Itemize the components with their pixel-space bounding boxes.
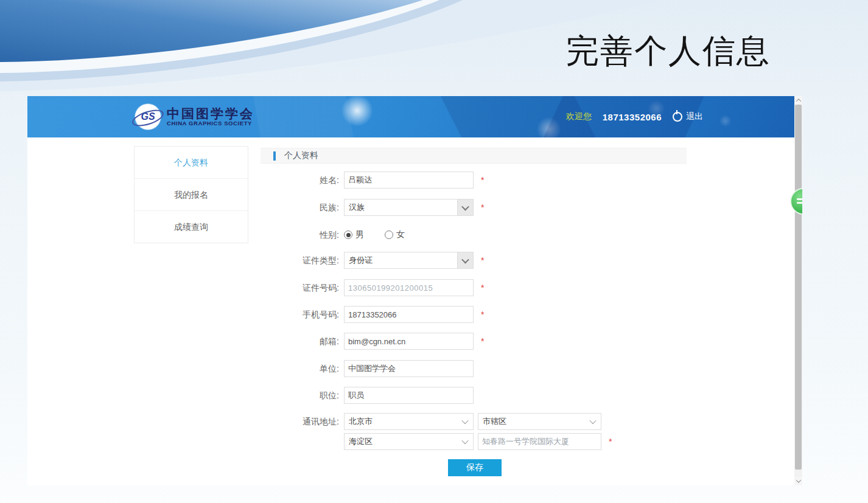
radio-unchecked-icon[interactable] bbox=[385, 231, 393, 239]
address-province-select[interactable]: 北京市 bbox=[344, 413, 474, 430]
select-arrow-box bbox=[457, 252, 473, 268]
site-header: GS 中国图学学会 CHINA GRAPHICS SOCIETY 欢迎您 187… bbox=[27, 96, 794, 137]
name-input[interactable] bbox=[344, 172, 474, 189]
required-marker: * bbox=[481, 333, 484, 350]
username: 18713352066 bbox=[603, 112, 662, 122]
required-marker: * bbox=[481, 172, 484, 189]
address-detail-input[interactable] bbox=[478, 433, 601, 450]
ethnic-select[interactable]: 汉族 bbox=[344, 199, 474, 216]
site-logo[interactable]: GS 中国图学学会 CHINA GRAPHICS SOCIETY bbox=[135, 104, 254, 130]
vertical-scrollbar[interactable] bbox=[794, 96, 802, 485]
logo-name-cn: 中国图学学会 bbox=[167, 106, 254, 120]
sidebar-item-registration[interactable]: 我的报名 bbox=[135, 179, 248, 211]
id-number-input[interactable] bbox=[344, 279, 474, 296]
logout-button[interactable]: 退出 bbox=[673, 111, 703, 122]
logo-text: 中国图学学会 CHINA GRAPHICS SOCIETY bbox=[167, 106, 254, 127]
scroll-down-button[interactable] bbox=[794, 477, 802, 485]
chevron-down-icon bbox=[589, 417, 596, 424]
save-button[interactable]: 保存 bbox=[448, 459, 502, 476]
id-type-label: 证件类型: bbox=[253, 252, 339, 269]
email-label: 邮箱: bbox=[253, 333, 339, 350]
required-marker: * bbox=[481, 252, 484, 269]
gender-option-female[interactable]: 女 bbox=[385, 229, 405, 240]
required-marker: * bbox=[609, 433, 612, 450]
sidebar-item-profile[interactable]: 个人资料 bbox=[135, 147, 248, 179]
page-title: 完善个人信息 bbox=[566, 29, 834, 74]
address-label: 通讯地址: bbox=[253, 413, 339, 430]
welcome-label: 欢迎您 bbox=[566, 111, 592, 122]
power-icon bbox=[673, 112, 682, 122]
sidebar: 个人资料 我的报名 成绩查询 bbox=[134, 146, 248, 243]
chevron-down-icon bbox=[461, 255, 469, 263]
logo-name-en: CHINA GRAPHICS SOCIETY bbox=[167, 120, 254, 127]
id-number-label: 证件号码: bbox=[253, 279, 339, 296]
email-input[interactable] bbox=[344, 333, 474, 350]
select-arrow-box bbox=[457, 199, 473, 215]
radio-checked-icon[interactable] bbox=[344, 231, 352, 239]
id-type-select[interactable]: 身份证 bbox=[344, 252, 474, 269]
chevron-down-icon bbox=[461, 437, 468, 444]
gender-option-male[interactable]: 男 bbox=[344, 229, 364, 240]
chevron-down-icon bbox=[796, 477, 800, 482]
name-label: 姓名: bbox=[253, 172, 339, 189]
required-marker: * bbox=[481, 306, 484, 323]
address-province-value: 北京市 bbox=[345, 416, 463, 427]
section-accent-bar bbox=[273, 151, 276, 161]
section-title: 个人资料 bbox=[284, 150, 318, 161]
gender-label: 性别: bbox=[253, 226, 339, 243]
company-label: 单位: bbox=[253, 360, 339, 377]
required-marker: * bbox=[481, 279, 484, 296]
gender-female-label: 女 bbox=[396, 229, 405, 240]
scroll-up-button[interactable] bbox=[794, 96, 802, 105]
section-header: 个人资料 bbox=[261, 148, 687, 164]
chevron-down-icon bbox=[461, 417, 468, 424]
logo-ring bbox=[130, 106, 166, 130]
sidebar-item-scores[interactable]: 成绩查询 bbox=[135, 211, 248, 243]
id-type-value: 身份证 bbox=[345, 255, 457, 266]
scrollbar-thumb[interactable] bbox=[795, 105, 802, 470]
address-district-select[interactable]: 海淀区 bbox=[344, 433, 474, 450]
browser-frame: GS 中国图学学会 CHINA GRAPHICS SOCIETY 欢迎您 187… bbox=[27, 96, 802, 485]
chevron-down-icon bbox=[461, 203, 469, 210]
ethnic-value: 汉族 bbox=[345, 202, 457, 213]
ethnic-label: 民族: bbox=[253, 199, 339, 216]
gender-radio-group: 男 女 bbox=[344, 226, 405, 243]
address-city-select[interactable]: 市辖区 bbox=[478, 413, 601, 430]
chevron-up-icon bbox=[796, 99, 800, 103]
address-city-value: 市辖区 bbox=[478, 416, 590, 427]
header-user-area: 欢迎您 18713352066 退出 bbox=[566, 96, 703, 137]
position-input[interactable] bbox=[344, 387, 474, 404]
phone-label: 手机号码: bbox=[253, 306, 339, 323]
service-widget-icon[interactable] bbox=[790, 188, 802, 215]
address-district-value: 海淀区 bbox=[345, 436, 463, 447]
phone-input[interactable] bbox=[344, 306, 474, 323]
cgs-logo-icon: GS bbox=[135, 104, 161, 130]
logout-label: 退出 bbox=[686, 111, 703, 122]
company-input[interactable] bbox=[344, 360, 474, 377]
gender-male-label: 男 bbox=[355, 229, 364, 240]
required-marker: * bbox=[481, 199, 484, 216]
position-label: 职位: bbox=[253, 387, 339, 404]
